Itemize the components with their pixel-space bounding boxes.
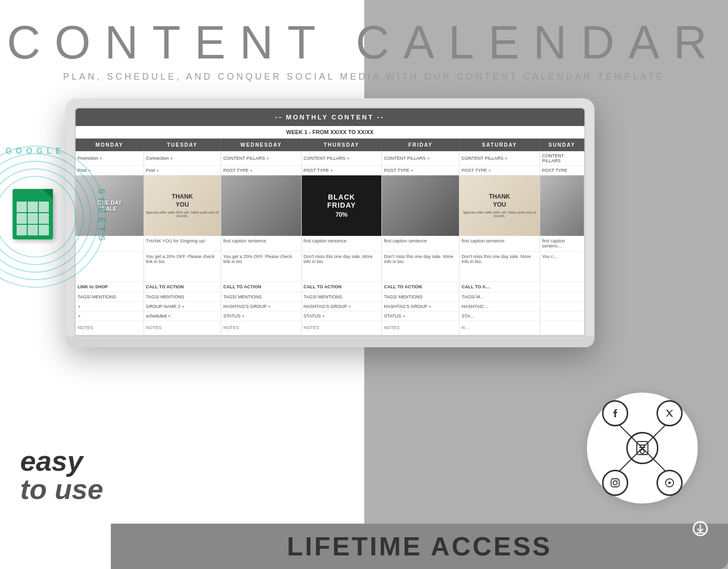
body-sunday: You c… (540, 251, 584, 281)
day-tuesday: TUESDAY (144, 139, 221, 152)
caption-wednesday: first caption sentence (221, 236, 301, 251)
notes-thursday: NOTES (301, 321, 382, 335)
youtube-icon (656, 470, 683, 496)
laptop-wrapper: -- MONTHLY CONTENT -- WEEK 1 - FROM XX/X… (65, 98, 594, 347)
image-person2 (382, 175, 459, 236)
cta-friday: CALL TO ACTION (382, 281, 459, 292)
image-person1 (221, 175, 301, 236)
subtitle: PLAN, SCHEDULE, AND CONQUER SOCIAL MEDIA… (0, 72, 728, 82)
image-row: ONE DAYSALE THANKYOU Special offer with … (76, 175, 584, 236)
image-person3 (540, 175, 584, 236)
type-wednesday-2: POST TYPE (221, 166, 301, 175)
type-friday-2: POST TYPE (382, 166, 459, 175)
notes-monday: NOTES (76, 321, 144, 335)
img-tuesday: THANKYOU Special offer with 20% off. Val… (144, 175, 221, 236)
status-wednesday: STATUS (221, 311, 301, 321)
img-friday (382, 175, 459, 236)
tags-tuesday: TAGS/ MENTIONS (144, 292, 221, 301)
tags-thursday: TAGS/ MENTIONS (301, 292, 382, 301)
type-thursday-1: CONTENT PILLARS (301, 151, 382, 166)
caption-sunday: first caption sentenc… (540, 236, 584, 251)
day-friday: FRIDAY (382, 139, 459, 152)
notes-friday: NOTES (382, 321, 459, 335)
cta-saturday: CALL TO A… (459, 281, 540, 292)
svg-point-18 (617, 480, 618, 481)
header: CONTENT CALENDAR PLAN, SCHEDULE, AND CON… (0, 0, 728, 82)
svg-point-17 (613, 481, 617, 485)
laptop-base (65, 336, 594, 347)
caption-friday: first caption sentence (382, 236, 459, 251)
tags-monday: TAGS/ MENTIONS (76, 292, 144, 301)
sheet-title-row: -- MONTHLY CONTENT -- (76, 108, 584, 126)
hashtag-row: GROUP NAME 2 HASHTAG'S GROUP HASHTAG'S G… (76, 301, 584, 311)
social-icons-wrapper (587, 393, 698, 503)
grid-cell-7 (17, 225, 27, 235)
body-friday: Don't miss this one day sale. More info … (382, 251, 459, 281)
body-tuesday: You get a 20% OFF. Please check link in … (144, 251, 221, 281)
lifetime-text: LIFETIME ACCESS (287, 531, 552, 561)
cta-sunday (540, 281, 584, 292)
week-label-cell: WEEK 1 - FROM XX/XX TO XX/XX (76, 126, 584, 139)
status-monday (76, 311, 144, 321)
google-sheets-circle: GOOGLE SHEETS (0, 141, 111, 292)
caption-saturday: first caption sentence (459, 236, 540, 251)
img-wednesday (221, 175, 301, 236)
to-use-text: to use (20, 475, 103, 503)
sheets-icon (13, 189, 58, 244)
day-saturday: SATURDAY (459, 139, 540, 152)
hashtag-thursday: HASHTAG'S GROUP (301, 301, 382, 311)
notes-row: NOTES NOTES NOTES NOTES NOTES N… (76, 321, 584, 335)
caption-thursday: first caption sentence (301, 236, 382, 251)
svg-marker-20 (669, 481, 672, 484)
status-row: scheduled STATUS STATUS STATUS STA… (76, 311, 584, 321)
img-thursday: BLACKFRIDAY 70% (301, 175, 382, 236)
caption-tuesday: THANK YOU for Singning up! (144, 236, 221, 251)
type-thursday-2: POST TYPE (301, 166, 382, 175)
img-sunday (540, 175, 584, 236)
grid-cell-6 (39, 213, 49, 224)
hashtag-sunday (540, 301, 584, 311)
cta-wednesday: CALL TO ACTION (221, 281, 301, 292)
download-arrow-icon (693, 521, 708, 536)
caption-row: THANK YOU for Singning up! first caption… (76, 236, 584, 251)
cta-thursday: CALL TO ACTION (301, 281, 382, 292)
twitter-icon (656, 400, 683, 426)
spreadsheet: -- MONTHLY CONTENT -- WEEK 1 - FROM XX/X… (76, 108, 584, 335)
instagram-icon (602, 470, 628, 496)
type-friday-1: CONTENT PILLARS (382, 151, 459, 166)
main-title: CONTENT CALENDAR (0, 19, 728, 66)
body-wednesday: You get a 20% OFF. Please check link in … (221, 251, 301, 281)
type-saturday-1: CONTENT PILLARS (459, 151, 540, 166)
grid-cell-2 (28, 202, 38, 212)
notes-wednesday: NOTES (221, 321, 301, 335)
status-saturday: STA… (459, 311, 540, 321)
status-sunday (540, 311, 584, 321)
body-thursday: Don't miss this one day sale. More info … (301, 251, 382, 281)
type-row-1: Promotion Connection CONTENT PILLARS CON… (76, 151, 584, 166)
sheets-grid (17, 202, 49, 235)
lifetime-banner: LIFETIME ACCESS (111, 524, 728, 569)
hashtag-tuesday: GROUP NAME 2 (144, 301, 221, 311)
sheets-icon-corner (43, 189, 53, 199)
tags-wednesday: TAGS/ MENTIONS (221, 292, 301, 301)
svg-text:GOOGLE: GOOGLE (6, 147, 65, 155)
image-thankyou: THANKYOU Special offer with 20% off. Val… (144, 175, 221, 236)
notes-tuesday: NOTES (144, 321, 221, 335)
laptop-screen: -- MONTHLY CONTENT -- WEEK 1 - FROM XX/X… (75, 107, 585, 336)
tags-friday: TAGS/ MENTIONS (382, 292, 459, 301)
week-row: WEEK 1 - FROM XX/XX TO XX/XX (76, 126, 584, 139)
tags-row: TAGS/ MENTIONS TAGS/ MENTIONS TAGS/ MENT… (76, 292, 584, 301)
type-tuesday-1: Connection (144, 151, 221, 166)
cta-tuesday: CALL TO ACTION (144, 281, 221, 292)
easy-text: easy (20, 447, 103, 475)
image-thankyou2: THANKYOU Special offer with 20% off. Val… (459, 175, 539, 236)
easy-to-use-block: easy to use (20, 447, 103, 503)
type-tuesday-2: Post (144, 166, 221, 175)
status-tuesday: scheduled (144, 311, 221, 321)
type-sunday-1: CONTENT PILLARS (540, 151, 584, 166)
grid-cell-1 (17, 202, 27, 212)
svg-rect-16 (611, 479, 619, 487)
facebook-icon (602, 400, 628, 426)
img-saturday: THANKYOU Special offer with 20% off. Val… (459, 175, 540, 236)
download-icon-wrapper[interactable] (688, 516, 713, 541)
